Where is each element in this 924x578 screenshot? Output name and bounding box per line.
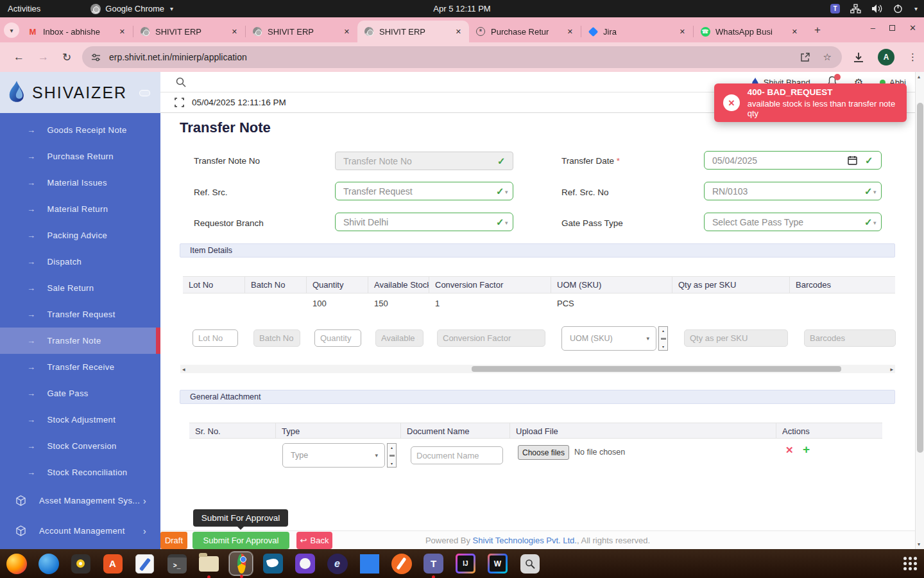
restore-button[interactable]	[889, 25, 895, 31]
app-menu[interactable]: Google Chrome ▾	[90, 4, 173, 14]
fullscreen-icon[interactable]	[175, 98, 184, 107]
vertical-scroll-thumb[interactable]	[917, 103, 923, 453]
error-toast[interactable]: ✕ 400- BAD_REQUEST available stock is le…	[714, 83, 907, 122]
browser-menu-icon[interactable]: ⋮	[908, 51, 918, 63]
sidebar-item-account-management[interactable]: Account Management ›	[0, 516, 160, 546]
activities-button[interactable]: Activities	[8, 4, 40, 13]
quantity-input[interactable]	[314, 329, 361, 347]
gate-pass-type-select[interactable]	[704, 213, 882, 231]
horizontal-scrollbar[interactable]: ◂ ▸	[180, 365, 895, 373]
open-in-new-icon[interactable]	[800, 52, 810, 62]
tab-close-icon[interactable]: ✕	[677, 26, 688, 37]
dock-chrome[interactable]	[229, 552, 253, 575]
transfer-note-no-input[interactable]	[335, 152, 513, 170]
volume-icon[interactable]	[871, 4, 883, 13]
uom-sku-select[interactable]: UOM (SKU) ▾	[561, 326, 656, 351]
requestor-branch-select[interactable]	[335, 213, 513, 231]
back-action-button[interactable]: ↩Back	[296, 532, 332, 549]
tab-close-icon[interactable]: ✕	[453, 26, 464, 37]
sidebar-item-transfer-receive[interactable]: →Transfer Receive	[0, 354, 160, 380]
show-applications-button[interactable]	[902, 555, 919, 572]
tab-close-icon[interactable]: ✕	[229, 26, 240, 37]
attachment-type-spinner[interactable]: ▴ ▾	[387, 443, 397, 468]
draft-button[interactable]: Draft	[160, 532, 187, 549]
qty-as-per-sku-input[interactable]	[684, 329, 788, 347]
barcodes-input[interactable]	[804, 329, 896, 347]
sidebar-item-dispatch[interactable]: →Dispatch	[0, 249, 160, 275]
downloads-icon[interactable]	[853, 52, 864, 63]
tab-shivit-erp-2[interactable]: SHIVIT ERP ✕	[246, 21, 357, 42]
ref-src-no-select[interactable]	[704, 182, 882, 200]
add-row-icon[interactable]: +	[803, 442, 810, 457]
tab-shivit-erp-1[interactable]: SHIVIT ERP ✕	[133, 21, 245, 42]
sidebar-item-sale-return[interactable]: →Sale Return	[0, 275, 160, 301]
back-button[interactable]: ←	[13, 51, 24, 64]
tab-shivit-erp-active[interactable]: SHIVIT ERP ✕	[357, 21, 469, 42]
dock-webstorm[interactable]: W	[486, 552, 509, 575]
dock-mysql-workbench[interactable]	[261, 552, 285, 575]
ref-src-select[interactable]	[335, 182, 513, 200]
address-bar[interactable]: erp.shivit.net.in/minierp/application ☆	[82, 46, 842, 68]
submit-for-approval-button[interactable]: Submit For Approval	[193, 532, 289, 549]
spinner-down-icon[interactable]: ▾	[662, 344, 664, 349]
network-icon[interactable]	[850, 4, 861, 13]
available-stock-input[interactable]	[375, 329, 424, 347]
uom-sku-spinner[interactable]: ▴ ▾	[658, 326, 668, 351]
dock-vscode[interactable]	[357, 552, 381, 575]
scroll-left-icon[interactable]: ◂	[182, 366, 185, 372]
dock-ubuntu-software[interactable]: A	[101, 552, 124, 575]
dock-eclipse[interactable]: e	[325, 552, 349, 575]
dock-thunderbird[interactable]	[37, 552, 60, 575]
dock-lollypop[interactable]	[69, 552, 92, 575]
tab-whatsapp[interactable]: ☎ WhatsApp Busi ✕	[694, 21, 805, 42]
forward-button[interactable]: →	[38, 51, 49, 64]
scroll-up-icon[interactable]: ▴	[918, 74, 920, 80]
tab-close-icon[interactable]: ✕	[789, 26, 800, 37]
dock-zoiper[interactable]	[389, 552, 413, 575]
power-icon[interactable]	[893, 4, 903, 13]
dock-github-desktop[interactable]	[293, 552, 317, 575]
dock-firefox[interactable]	[4, 552, 28, 575]
sidebar-item-stock-adjustment[interactable]: →Stock Adjustment	[0, 407, 160, 433]
company-link[interactable]: Shivit Technologies Pvt. Ltd.	[473, 536, 577, 545]
minimize-button[interactable]: –	[871, 23, 875, 33]
close-window-button[interactable]: ✕	[909, 23, 916, 33]
document-name-input[interactable]	[411, 446, 503, 464]
reload-button[interactable]: ↻	[62, 51, 71, 64]
sidebar-item-asset-management[interactable]: Asset Management Sys... ›	[0, 486, 160, 516]
spinner-up-icon[interactable]: ▴	[391, 445, 393, 450]
sidebar-item-goods-receipt-note[interactable]: →Goods Receipt Note	[0, 117, 160, 143]
remove-row-icon[interactable]: ✕	[785, 444, 794, 456]
sidebar-item-transfer-request[interactable]: →Transfer Request	[0, 301, 160, 328]
batch-no-input[interactable]	[253, 329, 300, 347]
bookmark-star-icon[interactable]: ☆	[823, 51, 832, 63]
dock-terminal[interactable]: >_	[165, 552, 189, 575]
sidebar-item-packing-advice[interactable]: →Packing Advice	[0, 222, 160, 249]
vertical-scrollbar[interactable]: ▴ ▾	[915, 72, 924, 549]
avatar[interactable]: A	[878, 49, 894, 66]
sidebar-item-transfer-note[interactable]: →Transfer Note	[0, 328, 160, 354]
choose-files-button[interactable]: Choose files	[518, 445, 569, 460]
conversion-factor-input[interactable]	[437, 329, 545, 347]
tab-close-icon[interactable]: ✕	[565, 26, 576, 37]
tab-close-icon[interactable]: ✕	[341, 26, 352, 37]
tab-close-icon[interactable]: ✕	[117, 26, 128, 37]
calendar-icon[interactable]	[848, 155, 857, 165]
tab-purchase-return[interactable]: * Purchase Retur ✕	[469, 21, 581, 42]
tab-jira[interactable]: Jira ✕	[581, 21, 693, 42]
lot-no-input[interactable]	[193, 329, 238, 347]
scroll-right-icon[interactable]: ▸	[890, 366, 893, 372]
sidebar-toggle[interactable]	[139, 90, 150, 96]
dock-intellij[interactable]: IJ	[454, 552, 477, 575]
spinner-up-icon[interactable]: ▴	[662, 328, 664, 333]
dock-screenshot-tool[interactable]	[518, 552, 542, 575]
dock-text-editor[interactable]	[133, 552, 157, 575]
spinner-down-icon[interactable]: ▾	[391, 461, 393, 466]
sidebar-item-material-issues[interactable]: →Material Issues	[0, 170, 160, 196]
horizontal-scroll-thumb[interactable]	[472, 366, 841, 372]
sidebar-item-stock-reconciliation[interactable]: →Stock Reconciliation	[0, 459, 160, 486]
teams-tray-icon[interactable]: T	[830, 4, 840, 13]
dock-teams[interactable]: T	[422, 552, 445, 575]
dock-files[interactable]	[197, 552, 221, 575]
sidebar-item-material-return[interactable]: →Material Return	[0, 196, 160, 222]
